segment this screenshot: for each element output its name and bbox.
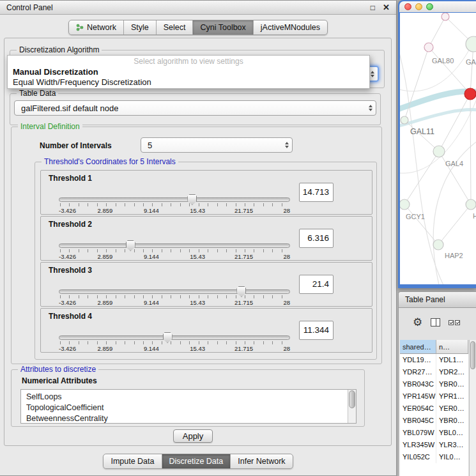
tab-network[interactable]: Network [69, 20, 123, 35]
table-cell[interactable]: YBR045C [400, 415, 436, 427]
tab-style[interactable]: Style [123, 20, 156, 35]
zoom-traffic-light-icon[interactable] [426, 3, 433, 10]
list-scrollbar[interactable] [348, 390, 356, 423]
table-cell[interactable]: YDR2… [436, 366, 468, 378]
list-scrollbar-thumb[interactable] [349, 390, 355, 408]
slider-track[interactable] [59, 289, 290, 294]
apply-button[interactable]: Apply [173, 429, 213, 443]
slider-track[interactable] [59, 335, 290, 340]
table-row[interactable]: YLR345WYLR3… [400, 439, 468, 451]
select-columns-icon[interactable] [449, 320, 460, 325]
column-header-1[interactable]: shared… [400, 340, 436, 354]
table-data-combobox[interactable]: galFiltered.sif default node [14, 100, 376, 116]
tick-label: 2.859 [98, 253, 113, 260]
table-cell[interactable]: YDR27… [400, 366, 436, 378]
network-canvas[interactable]: GAL80GAGAL11GAL4GCY1HHAP2 [400, 13, 476, 284]
threshold-slider[interactable]: -3.4262.8599.14415.4321.71528 [59, 286, 290, 307]
tick-label: 15.43 [190, 207, 205, 214]
slider-track[interactable] [59, 197, 290, 202]
table-scrollbar-thumb[interactable] [470, 341, 475, 369]
tab-jactivemnodules[interactable]: jActiveMNodules [253, 20, 327, 35]
minimize-traffic-light-icon[interactable] [415, 3, 422, 10]
tick-label: 15.43 [190, 345, 205, 352]
dropdown-option-equal-width-frequency-discretization[interactable]: Equal Width/Frequency Discretization [8, 77, 369, 87]
close-traffic-light-icon[interactable] [404, 3, 411, 10]
threshold-panel-1: Threshold 1-3.4262.8599.14415.4321.71528… [40, 170, 372, 215]
table-row[interactable]: YBR045CYBR0… [400, 415, 468, 427]
thresholds-group-title: Threshold's Coordinates for 5 Intervals [42, 157, 178, 166]
table-cell[interactable]: YBL079W [400, 427, 436, 439]
node-label: H [473, 212, 476, 220]
node-gal80[interactable] [424, 43, 433, 52]
number-of-intervals-combobox[interactable]: 5 [141, 137, 293, 153]
node-hap2[interactable] [433, 240, 443, 250]
gear-icon[interactable]: ⚙ [413, 317, 422, 328]
table-scrollbar[interactable] [469, 340, 476, 476]
threshold-slider[interactable]: -3.4262.8599.14415.4321.71528 [59, 194, 290, 215]
numerical-attributes-list[interactable]: SelfLoopsTopologicalCoefficientBetweenne… [20, 389, 357, 424]
tab-select[interactable]: Select [156, 20, 193, 35]
tab-discretize-data[interactable]: Discretize Data [162, 454, 231, 468]
table-cell[interactable]: YBR0… [436, 378, 468, 390]
threshold-slider[interactable]: -3.4262.8599.14415.4321.71528 [59, 332, 290, 353]
list-item-topologicalcoefficient[interactable]: TopologicalCoefficient [21, 403, 356, 413]
threshold-value-field[interactable]: 6.316 [299, 229, 334, 248]
table-row[interactable]: YDR27…YDR2… [400, 366, 468, 378]
table-cell[interactable]: YIL052C [400, 451, 436, 463]
attributes-group: Attributes to discretize Numerical Attri… [11, 369, 365, 427]
table-cell[interactable]: YPR1… [436, 390, 468, 403]
tick-label: 2.859 [98, 207, 113, 214]
node-label: GCY1 [406, 213, 425, 220]
threshold-value-field[interactable]: 11.344 [299, 321, 334, 340]
network-graph[interactable]: GAL80GAGAL11GAL4GCY1HHAP2 [400, 13, 476, 284]
table-cell[interactable]: YLR3… [436, 439, 468, 451]
columns-icon[interactable] [431, 318, 440, 326]
table-row[interactable]: YPR145WYPR1… [400, 390, 468, 403]
table-cell[interactable]: YLR345W [400, 439, 436, 451]
float-window-icon[interactable]: □ [371, 4, 375, 12]
node-gal4[interactable] [433, 146, 445, 157]
dropdown-option-manual-discretization[interactable]: Manual Discretization [8, 66, 369, 77]
node-gcy1[interactable] [400, 199, 410, 210]
close-icon[interactable]: ✕ [383, 3, 390, 12]
node-h[interactable] [466, 199, 476, 210]
tab-cyni-toolbox[interactable]: Cyni Toolbox [192, 20, 252, 35]
table-cell[interactable]: YPR145W [400, 390, 436, 403]
tick-label: 9.144 [144, 253, 159, 260]
network-node[interactable] [464, 88, 476, 100]
tab-impute-data[interactable]: Impute Data [104, 454, 161, 468]
node-gal11[interactable] [401, 116, 408, 124]
table-cell[interactable]: YBR043C [400, 378, 436, 390]
interval-definition-group: Interval Definition Number of Intervals … [11, 127, 382, 364]
window-title: Control Panel [6, 3, 363, 12]
table-cell[interactable]: YDL1… [436, 354, 468, 366]
table-row[interactable]: YDL19…YDL1… [400, 354, 468, 366]
table-cell[interactable]: YIL0… [436, 451, 468, 463]
table-panel-titlebar[interactable]: Table Panel [398, 291, 476, 308]
titlebar[interactable]: Control Panel □ ✕ [0, 1, 396, 15]
threshold-value-field[interactable]: 14.713 [299, 183, 334, 202]
number-of-intervals-label: Number of Intervals [40, 141, 112, 150]
table-cell[interactable]: YBR0… [436, 415, 468, 427]
node-attribute-table[interactable]: shared…n… YDL19…YDL1…YDR27…YDR2…YBR043CY… [400, 340, 468, 476]
slider-track[interactable] [59, 243, 290, 248]
table-cell[interactable]: YDL19… [400, 354, 436, 366]
table-cell[interactable]: YER0… [436, 403, 468, 415]
threshold-slider[interactable]: -3.4262.8599.14415.4321.71528 [59, 240, 290, 261]
tick-label: 28 [283, 345, 290, 352]
node-ga[interactable] [466, 36, 476, 52]
list-item-betweennesscentrality[interactable]: BetweennessCentrality [21, 413, 356, 424]
column-header-2[interactable]: n… [436, 340, 468, 354]
tab-infer-network[interactable]: Infer Network [230, 454, 292, 468]
list-item-selfloops[interactable]: SelfLoops [21, 392, 356, 403]
table-row[interactable]: YBL079WYBL0… [400, 427, 468, 439]
table-row[interactable]: YER054CYER0… [400, 403, 468, 415]
table-cell[interactable]: YBL0… [436, 427, 468, 439]
network-node[interactable] [441, 13, 449, 20]
slider-tick-labels: -3.4262.8599.14415.4321.71528 [59, 299, 290, 307]
table-cell[interactable]: YER054C [400, 403, 436, 415]
table-row[interactable]: YBR043CYBR0… [400, 378, 468, 390]
network-window-titlebar[interactable] [399, 1, 476, 12]
threshold-value-field[interactable]: 21.4 [299, 275, 334, 294]
table-row[interactable]: YIL052CYIL0… [400, 451, 468, 463]
